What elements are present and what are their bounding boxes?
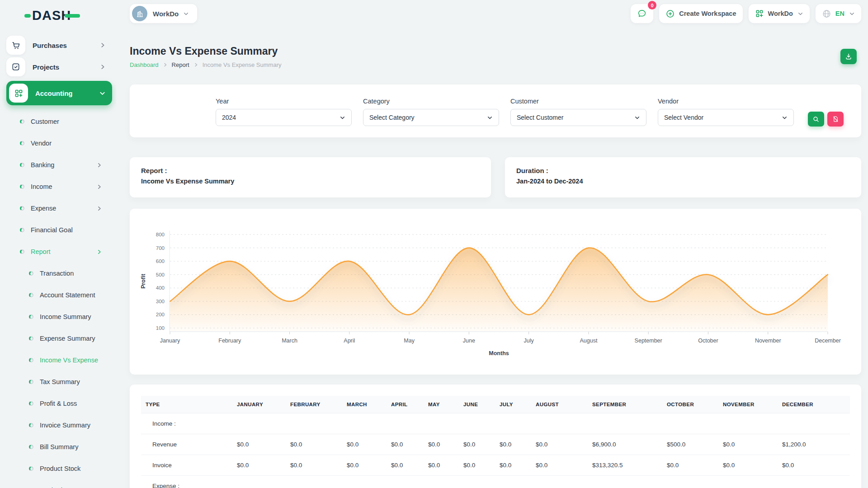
customer-select[interactable]: Select Customer — [510, 109, 646, 126]
svg-text:300: 300 — [156, 299, 165, 304]
brand-logo[interactable]: DASH — [24, 9, 112, 22]
row-type-cell: Income : — [141, 413, 232, 434]
svg-text:December: December — [815, 338, 841, 344]
table-column-header: JULY — [495, 396, 531, 413]
sidebar-item-banking[interactable]: Banking — [6, 154, 112, 176]
table-value-cell — [459, 413, 495, 434]
language-label: EN — [835, 10, 844, 17]
grid-plus-icon — [9, 84, 28, 103]
table-value-cell: $6,900.0 — [588, 434, 662, 455]
sidebar-item-transaction[interactable]: Transaction — [6, 263, 112, 284]
sidebar-item-cash-flow[interactable]: Cash Flow — [6, 479, 112, 488]
table-value-cell: $0.0 — [232, 455, 286, 476]
sidebar-item-vendor[interactable]: Vendor — [6, 132, 112, 154]
sidebar-item-projects[interactable]: Projects — [6, 56, 112, 77]
table-value-cell — [662, 413, 718, 434]
table-value-cell: $0.0 — [232, 434, 286, 455]
bullet-icon — [20, 206, 24, 211]
customer-filter-label: Customer — [510, 98, 646, 105]
vendor-filter-label: Vendor — [658, 98, 794, 105]
table-value-cell: $0.0 — [342, 434, 387, 455]
sidebar-item-report[interactable]: Report — [6, 241, 112, 263]
year-select[interactable]: 2024 — [216, 109, 352, 126]
language-selector[interactable]: EN — [816, 4, 861, 23]
bullet-icon — [20, 141, 24, 145]
search-icon — [812, 116, 820, 123]
create-workspace-button[interactable]: Create Workspace — [659, 4, 742, 23]
sidebar-item-accounting[interactable]: Accounting — [6, 81, 112, 105]
table-column-header: MARCH — [342, 396, 387, 413]
table-row-income-section: Income : — [141, 413, 850, 434]
chevron-down-icon — [782, 115, 788, 121]
table-value-cell: $0.0 — [662, 455, 718, 476]
sidebar-item-financial-goal[interactable]: Financial Goal — [6, 219, 112, 241]
table-value-cell — [531, 413, 588, 434]
svg-text:800: 800 — [156, 232, 165, 237]
sidebar-item-label: Profit & Loss — [40, 400, 77, 407]
table-value-cell — [778, 413, 850, 434]
svg-text:February: February — [218, 338, 241, 344]
table-value-cell — [588, 476, 662, 488]
svg-text:November: November — [755, 338, 781, 344]
create-workspace-label: Create Workspace — [679, 10, 736, 17]
table-value-cell — [232, 413, 286, 434]
sidebar-item-customer[interactable]: Customer — [6, 111, 112, 132]
bullet-icon — [29, 314, 33, 319]
table-value-cell — [342, 413, 387, 434]
sidebar-item-label: Product Stock — [40, 465, 80, 472]
bullet-icon — [29, 336, 33, 341]
download-button[interactable] — [840, 49, 857, 64]
page-title: Income Vs Expense Summary — [130, 45, 861, 57]
category-select[interactable]: Select Category — [363, 109, 499, 126]
sidebar-item-income-vs-expense[interactable]: Income Vs Expense — [6, 349, 112, 371]
table-value-cell: $0.0 — [286, 455, 342, 476]
logo-bar-icon — [65, 14, 80, 18]
bullet-icon — [20, 119, 24, 124]
table-value-cell: $0.0 — [424, 434, 459, 455]
sidebar-item-label: Accounting — [35, 89, 73, 97]
download-icon — [844, 52, 853, 61]
messages-badge: 0 — [648, 1, 656, 9]
bullet-icon — [20, 249, 24, 254]
sidebar-item-invoice-summary[interactable]: Invoice Summary — [6, 414, 112, 436]
row-type-cell: Invoice — [141, 455, 232, 476]
workspace-menu-button[interactable]: WorkDo — [749, 4, 810, 23]
breadcrumb-report-link[interactable]: Report — [172, 61, 189, 68]
sidebar-item-label: Account Statement — [40, 291, 95, 299]
sidebar-item-income-summary[interactable]: Income Summary — [6, 306, 112, 328]
sidebar-item-purchases[interactable]: Purchases — [6, 35, 112, 56]
table-value-cell: $1,200.0 — [778, 434, 850, 455]
vendor-select[interactable]: Select Vendor — [658, 109, 794, 126]
breadcrumb-dashboard-link[interactable]: Dashboard — [130, 61, 159, 68]
bullet-icon — [20, 228, 24, 232]
table-column-header: NOVEMBER — [718, 396, 778, 413]
svg-text:100: 100 — [156, 325, 165, 331]
reset-filter-button[interactable] — [827, 112, 844, 127]
chevron-down-icon — [99, 90, 106, 97]
table-value-cell — [778, 476, 850, 488]
main-content: WorkDo 0 Create Workspace WorkDo — [117, 0, 868, 488]
messages-button[interactable]: 0 — [631, 4, 653, 23]
svg-text:May: May — [404, 338, 415, 344]
sidebar-item-label: Income Vs Expense — [40, 357, 98, 364]
sidebar-item-income[interactable]: Income — [6, 176, 112, 197]
sidebar-item-label: Bill Summary — [40, 443, 78, 450]
table-value-cell: $0.0 — [387, 455, 424, 476]
sidebar-item-product-stock[interactable]: Product Stock — [6, 458, 112, 479]
table-value-cell — [387, 413, 424, 434]
chat-bubble-icon — [637, 9, 647, 19]
sidebar-item-label: Customer — [31, 118, 59, 125]
apply-filter-button[interactable] — [808, 112, 824, 127]
sidebar-item-bill-summary[interactable]: Bill Summary — [6, 436, 112, 458]
table-value-cell — [531, 476, 588, 488]
app-root: DASH Purchases Projects Accounting Custo… — [0, 0, 868, 488]
svg-text:July: July — [524, 338, 534, 344]
sidebar-item-account-statement[interactable]: Account Statement — [6, 284, 112, 306]
workspace-selector[interactable]: WorkDo — [130, 4, 197, 23]
table-value-cell: $0.0 — [718, 455, 778, 476]
sidebar-item-expense[interactable]: Expense — [6, 197, 112, 219]
report-card-value: Income Vs Expense Summary — [141, 178, 480, 185]
sidebar-item-tax-summary[interactable]: Tax Summary — [6, 371, 112, 393]
sidebar-item-expense-summary[interactable]: Expense Summary — [6, 328, 112, 349]
sidebar-item-profit-loss[interactable]: Profit & Loss — [6, 393, 112, 414]
